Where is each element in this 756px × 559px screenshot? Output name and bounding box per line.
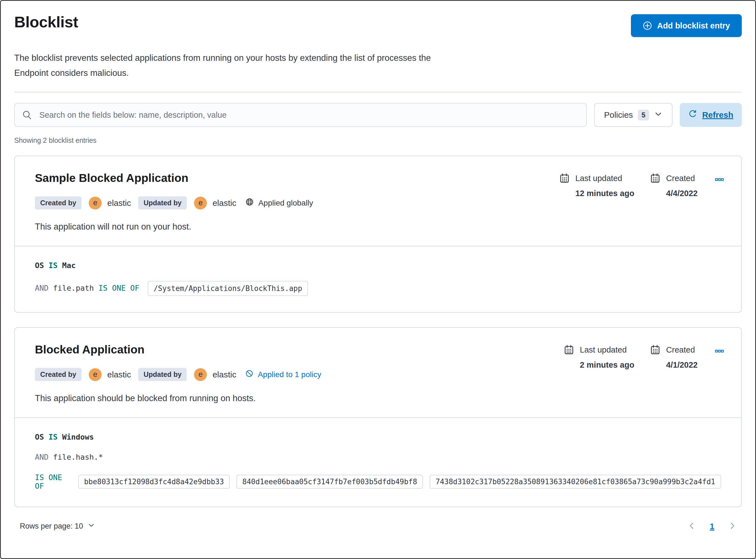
- updated-by-username: elastic: [213, 370, 236, 379]
- criteria-values-line: IS ONE OF bbe80313cf12098d3fc4d8a42e9dbb…: [35, 473, 721, 490]
- last-updated-label: Last updated: [580, 344, 634, 355]
- entry-actions-menu-button[interactable]: [713, 345, 726, 358]
- updated-by-badge: Updated by: [138, 196, 187, 209]
- partial-policy-icon: [245, 369, 254, 380]
- pagination: 1: [686, 520, 738, 532]
- criteria-os-value: Windows: [62, 433, 94, 441]
- page-number-1[interactable]: 1: [708, 521, 716, 531]
- add-blocklist-entry-label: Add blocklist entry: [657, 21, 730, 30]
- page-description: The blocklist prevents selected applicat…: [14, 50, 742, 81]
- last-updated-value: 12 minutes ago: [575, 188, 634, 198]
- last-updated-text: Last updated 2 minutes ago: [580, 344, 634, 370]
- scope-label: Applied globally: [258, 199, 313, 207]
- add-blocklist-entry-button[interactable]: Add blocklist entry: [631, 14, 742, 37]
- last-updated-label: Last updated: [575, 173, 634, 183]
- entry-actions-menu-button[interactable]: [713, 174, 726, 186]
- avatar: e: [89, 368, 102, 381]
- card-header-left: Sample Blocked Application Created by e …: [35, 171, 313, 209]
- created-text: Created 4/4/2022: [666, 173, 698, 198]
- card-header-right: Last updated 12 minutes ago Created 4/4/…: [559, 171, 726, 198]
- criteria-value-pill: 840d1eee06baa05cf3147fb7ef003b5dfdb49bf8: [236, 475, 423, 489]
- entry-criteria: OS IS Windows AND file.hash.* IS ONE OF …: [15, 418, 741, 507]
- applied-globally-indicator: Applied globally: [245, 198, 313, 208]
- created-by-username: elastic: [107, 198, 131, 208]
- criteria-value-pill: /System/Applications/BlockThis.app: [148, 281, 308, 296]
- search-input[interactable]: [14, 103, 587, 127]
- header-divider: [14, 92, 742, 92]
- criteria-value-pill: bbe80313cf12098d3fc4d8a42e9dbb33: [78, 475, 230, 489]
- refresh-icon: [688, 110, 697, 120]
- entry-description: This application should be blocked from …: [15, 381, 741, 417]
- entry-meta-badges: Created by e elastic Updated by e elasti…: [35, 196, 313, 209]
- scope-label: Applied to 1 policy: [258, 370, 321, 379]
- criteria-os-operator: IS: [48, 261, 58, 270]
- chevron-left-icon: [687, 527, 696, 531]
- created-block: Created 4/1/2022: [650, 344, 698, 370]
- chevron-down-icon: [88, 522, 95, 531]
- globe-icon: [245, 198, 254, 208]
- created-by-badge: Created by: [35, 368, 82, 381]
- created-label: Created: [666, 344, 698, 355]
- previous-page-button[interactable]: [686, 520, 697, 532]
- created-value: 4/1/2022: [666, 360, 698, 370]
- rows-per-page-label: Rows per page: 10: [20, 522, 83, 531]
- card-header-right: Last updated 2 minutes ago Created 4/1/2…: [564, 343, 726, 370]
- page-description-line2: Endpoint considers malicious.: [14, 66, 742, 81]
- card-header: Sample Blocked Application Created by e …: [15, 156, 741, 209]
- avatar: e: [89, 197, 102, 209]
- last-updated-text: Last updated 12 minutes ago: [575, 173, 634, 198]
- updated-by-badge: Updated by: [138, 368, 187, 381]
- criteria-operator: IS ONE OF: [99, 284, 139, 292]
- entry-description: This application will not run on your ho…: [15, 209, 741, 246]
- card-header: Blocked Application Created by e elastic…: [15, 328, 741, 381]
- policies-count-badge: 5: [638, 110, 649, 120]
- criteria-os-line: OS IS Windows: [35, 432, 721, 442]
- card-header-left: Blocked Application Created by e elastic…: [35, 343, 321, 381]
- criteria-field: file.path: [53, 284, 94, 292]
- criteria-condition-line: AND file.hash.*: [35, 452, 721, 462]
- criteria-value-pill: 7438d3102c317b05228a350891363340206e81cf…: [430, 475, 721, 489]
- entry-criteria: OS IS Mac AND file.path IS ONE OF /Syste…: [15, 246, 741, 312]
- criteria-conjunction: AND: [35, 453, 48, 461]
- created-label: Created: [666, 173, 698, 183]
- criteria-operator: IS ONE OF: [35, 473, 71, 490]
- results-count: Showing 2 blocklist entries: [14, 136, 742, 144]
- criteria-condition-line: AND file.path IS ONE OF /System/Applicat…: [35, 281, 721, 296]
- blocklist-entry-card-sample-blocked-application: Sample Blocked Application Created by e …: [14, 156, 742, 313]
- policies-filter-label: Policies: [604, 110, 633, 120]
- plus-in-circle-icon: [643, 21, 652, 30]
- criteria-os-field: OS: [35, 261, 44, 270]
- calendar-icon: [650, 173, 661, 198]
- criteria-os-value: Mac: [62, 261, 76, 270]
- search-icon: [22, 110, 32, 121]
- page-description-line1: The blocklist prevents selected applicat…: [14, 50, 742, 66]
- search-field-wrap: [14, 103, 587, 127]
- blocklist-page: Blocklist Add blocklist entry The blockl…: [0, 0, 756, 559]
- chevron-down-icon: [654, 110, 663, 120]
- criteria-field: file.hash.*: [53, 453, 103, 461]
- created-block: Created 4/4/2022: [650, 173, 698, 198]
- created-by-badge: Created by: [35, 196, 82, 209]
- applied-to-policy-link[interactable]: Applied to 1 policy: [245, 369, 321, 380]
- rows-per-page-button[interactable]: Rows per page: 10: [18, 521, 96, 531]
- next-page-button[interactable]: [727, 520, 738, 532]
- refresh-button[interactable]: Refresh: [680, 103, 742, 127]
- avatar: e: [194, 368, 207, 381]
- entry-title: Sample Blocked Application: [35, 171, 313, 185]
- updated-by-username: elastic: [213, 198, 236, 208]
- criteria-os-operator: IS: [48, 433, 58, 441]
- criteria-os-line: OS IS Mac: [35, 261, 721, 270]
- page-title: Blocklist: [14, 13, 78, 31]
- blocklist-entry-card-blocked-application: Blocked Application Created by e elastic…: [14, 327, 742, 507]
- policies-filter-button[interactable]: Policies 5: [594, 103, 672, 127]
- boxes-horizontal-icon: [715, 352, 724, 357]
- chevron-right-icon: [728, 527, 737, 531]
- criteria-os-field: OS: [35, 433, 44, 441]
- avatar: e: [194, 197, 207, 209]
- refresh-label: Refresh: [702, 110, 733, 120]
- entry-title: Blocked Application: [35, 343, 321, 356]
- entry-meta-badges: Created by e elastic Updated by e elasti…: [35, 368, 321, 381]
- last-updated-value: 2 minutes ago: [580, 360, 634, 370]
- calendar-icon: [564, 344, 574, 370]
- last-updated-block: Last updated 2 minutes ago: [564, 344, 634, 370]
